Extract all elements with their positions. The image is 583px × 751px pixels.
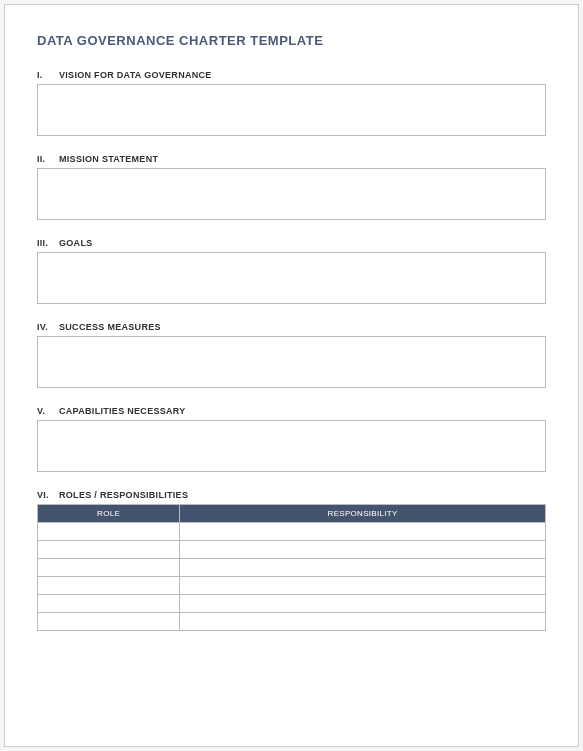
- table-row: [38, 523, 546, 541]
- table-row: [38, 577, 546, 595]
- table-header-row: ROLE RESPONSIBILITY: [38, 505, 546, 523]
- cell-responsibility[interactable]: [180, 559, 546, 577]
- section-numeral: III.: [37, 238, 59, 248]
- table-row: [38, 595, 546, 613]
- section-heading: SUCCESS MEASURES: [59, 322, 161, 332]
- section-label: III. GOALS: [37, 238, 546, 248]
- cell-responsibility[interactable]: [180, 613, 546, 631]
- success-input[interactable]: [37, 336, 546, 388]
- cell-responsibility[interactable]: [180, 595, 546, 613]
- capabilities-input[interactable]: [37, 420, 546, 472]
- section-label: VI. ROLES / RESPONSIBILITIES: [37, 490, 546, 500]
- section-numeral: I.: [37, 70, 59, 80]
- cell-responsibility[interactable]: [180, 541, 546, 559]
- cell-role[interactable]: [38, 613, 180, 631]
- section-heading: ROLES / RESPONSIBILITIES: [59, 490, 188, 500]
- table-row: [38, 559, 546, 577]
- mission-input[interactable]: [37, 168, 546, 220]
- section-heading: CAPABILITIES NECESSARY: [59, 406, 186, 416]
- section-numeral: IV.: [37, 322, 59, 332]
- section-goals: III. GOALS: [37, 238, 546, 308]
- section-heading: VISION FOR DATA GOVERNANCE: [59, 70, 212, 80]
- section-capabilities: V. CAPABILITIES NECESSARY: [37, 406, 546, 476]
- section-label: V. CAPABILITIES NECESSARY: [37, 406, 546, 416]
- page-title: DATA GOVERNANCE CHARTER TEMPLATE: [37, 33, 546, 48]
- document-page: DATA GOVERNANCE CHARTER TEMPLATE I. VISI…: [4, 4, 579, 747]
- roles-table: ROLE RESPONSIBILITY: [37, 504, 546, 631]
- section-heading: MISSION STATEMENT: [59, 154, 158, 164]
- cell-role[interactable]: [38, 595, 180, 613]
- section-mission: II. MISSION STATEMENT: [37, 154, 546, 224]
- cell-responsibility[interactable]: [180, 523, 546, 541]
- cell-role[interactable]: [38, 541, 180, 559]
- goals-input[interactable]: [37, 252, 546, 304]
- section-numeral: V.: [37, 406, 59, 416]
- cell-role[interactable]: [38, 559, 180, 577]
- cell-role[interactable]: [38, 523, 180, 541]
- cell-role[interactable]: [38, 577, 180, 595]
- section-numeral: VI.: [37, 490, 59, 500]
- table-row: [38, 613, 546, 631]
- cell-responsibility[interactable]: [180, 577, 546, 595]
- table-row: [38, 541, 546, 559]
- col-responsibility: RESPONSIBILITY: [180, 505, 546, 523]
- section-success: IV. SUCCESS MEASURES: [37, 322, 546, 392]
- section-label: IV. SUCCESS MEASURES: [37, 322, 546, 332]
- col-role: ROLE: [38, 505, 180, 523]
- section-label: I. VISION FOR DATA GOVERNANCE: [37, 70, 546, 80]
- section-roles: VI. ROLES / RESPONSIBILITIES ROLE RESPON…: [37, 490, 546, 631]
- section-heading: GOALS: [59, 238, 93, 248]
- section-numeral: II.: [37, 154, 59, 164]
- vision-input[interactable]: [37, 84, 546, 136]
- section-vision: I. VISION FOR DATA GOVERNANCE: [37, 70, 546, 140]
- section-label: II. MISSION STATEMENT: [37, 154, 546, 164]
